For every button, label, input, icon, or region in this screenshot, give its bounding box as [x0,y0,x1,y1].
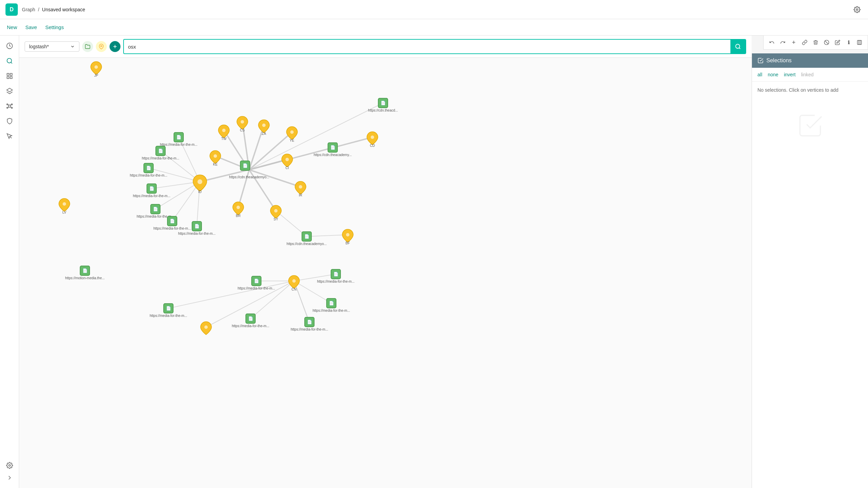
sidebar-item-explore[interactable] [3,130,16,142]
delete-button[interactable] [811,38,820,47]
node-file12[interactable]: 📄 [252,276,261,286]
node-CS[interactable] [237,116,248,129]
selection-none[interactable]: none [768,72,778,77]
svg-line-49 [307,235,348,236]
node-file2[interactable]: 📄 [156,146,165,156]
node-label-file9: https://cdn.theacd... [368,108,398,112]
node-label-file17: https://media-for-the-m... [291,328,328,331]
svg-line-3 [11,62,12,64]
graph-svg: 📄 https://cdn.theacademyo... 📄 https://m… [19,53,752,488]
node-CN[interactable] [289,275,299,288]
node-file13[interactable]: 📄 [331,269,341,279]
node-label-file10: https://cdn.theacademyo... [286,242,327,246]
node-file-hub[interactable]: 📄 [240,161,250,170]
info-button[interactable]: ℹ [844,38,853,47]
sidebar-item-nodes[interactable] [3,100,16,112]
svg-point-10 [7,104,8,105]
node-file10[interactable]: 📄 [302,232,311,241]
edit-button[interactable] [833,38,842,47]
svg-point-12 [7,107,8,108]
node-file14[interactable]: 📄 [327,298,336,308]
index-selector[interactable]: logstash* [25,41,79,52]
menu-settings[interactable]: Settings [45,24,64,30]
breadcrumb-separator: / [38,7,39,12]
folder-button[interactable] [82,41,93,52]
node-YE[interactable] [286,127,297,140]
svg-text:📄: 📄 [158,148,163,153]
sidebar-item-expand[interactable] [3,472,16,484]
svg-line-16 [8,107,9,108]
node-CD[interactable] [367,132,378,145]
node-file16[interactable]: 📄 [246,314,255,323]
selections-panel: Selections all none invert linked No sel… [752,53,868,488]
node-BF[interactable] [342,229,353,242]
node-bottom-yellow[interactable] [201,322,212,335]
topbar-settings-button[interactable] [852,4,863,15]
search-input[interactable] [124,41,730,52]
node-file11[interactable]: 📄 [80,266,90,275]
svg-text:📄: 📄 [333,271,339,277]
node-KE[interactable] [210,151,221,164]
menu-new[interactable]: New [7,24,17,30]
node-file6[interactable]: 📄 [167,216,177,226]
node-label-file15: https://media-for-the-m... [150,314,187,318]
svg-point-18 [9,465,10,466]
node-label-file8: https://cdn.theacademy... [314,153,352,157]
pin-button[interactable] [96,41,107,52]
sidebar-item-settings[interactable] [3,459,16,472]
node-label-YE: YE [290,139,294,142]
svg-marker-8 [7,88,12,92]
app-logo[interactable]: D [5,3,18,16]
svg-point-105 [237,206,240,209]
graph-canvas[interactable]: 📄 https://cdn.theacademyo... 📄 https://m… [19,53,752,488]
node-label-file7: https://media-for-the-m... [178,232,215,235]
node-file9[interactable]: 📄 [378,98,388,108]
sidebar-item-graph-edit[interactable] [3,115,16,127]
node-file8[interactable]: 📄 [328,143,337,152]
node-file17[interactable]: 📄 [305,317,314,327]
node-label-file11: https://motion-media.the... [65,276,105,280]
selection-all[interactable]: all [757,72,762,77]
selections-header: Selections [752,53,868,68]
node-file15[interactable]: 📄 [164,304,173,313]
node-CI[interactable] [282,154,293,167]
sidebar-item-dashboard[interactable] [3,70,16,82]
undo-button[interactable] [767,38,777,47]
sidebar-item-search[interactable] [3,55,16,67]
redo-button[interactable] [778,38,788,47]
svg-point-106 [274,209,278,213]
node-BR[interactable] [233,202,244,215]
search-button[interactable] [730,40,745,53]
node-ZA[interactable] [258,120,269,133]
svg-text:📄: 📄 [166,306,171,311]
node-JP[interactable] [91,62,102,75]
menu-save[interactable]: Save [25,24,37,30]
node-file3[interactable]: 📄 [144,163,153,173]
svg-point-107 [346,233,349,236]
node-label-hub: https://cdn.theacademyo... [229,175,269,179]
node-file1[interactable]: 📄 [174,132,183,142]
block-button[interactable] [822,38,831,47]
sidebar-item-history[interactable] [3,40,16,52]
node-label-file4: https://media-for-the-m... [133,194,170,198]
svg-point-11 [11,104,12,105]
node-file5[interactable]: 📄 [151,204,160,214]
node-LV[interactable] [59,198,70,211]
node-file4[interactable]: 📄 [147,184,156,193]
node-IR[interactable] [295,181,306,194]
svg-text:📄: 📄 [153,206,158,211]
link-button[interactable] [800,38,809,47]
node-file7[interactable]: 📄 [192,221,202,231]
sidebar-item-layers[interactable] [3,85,16,97]
svg-point-100 [371,136,374,139]
columns-button[interactable] [855,38,864,47]
svg-line-17 [10,107,11,108]
node-SY[interactable] [270,205,281,218]
add-button[interactable]: + [789,38,799,47]
svg-rect-4 [7,74,9,76]
add-node-button[interactable] [110,41,120,52]
topbar-right [852,4,863,15]
node-label-CI: CI [285,166,289,170]
selection-invert[interactable]: invert [784,72,795,77]
svg-point-95 [94,65,98,69]
